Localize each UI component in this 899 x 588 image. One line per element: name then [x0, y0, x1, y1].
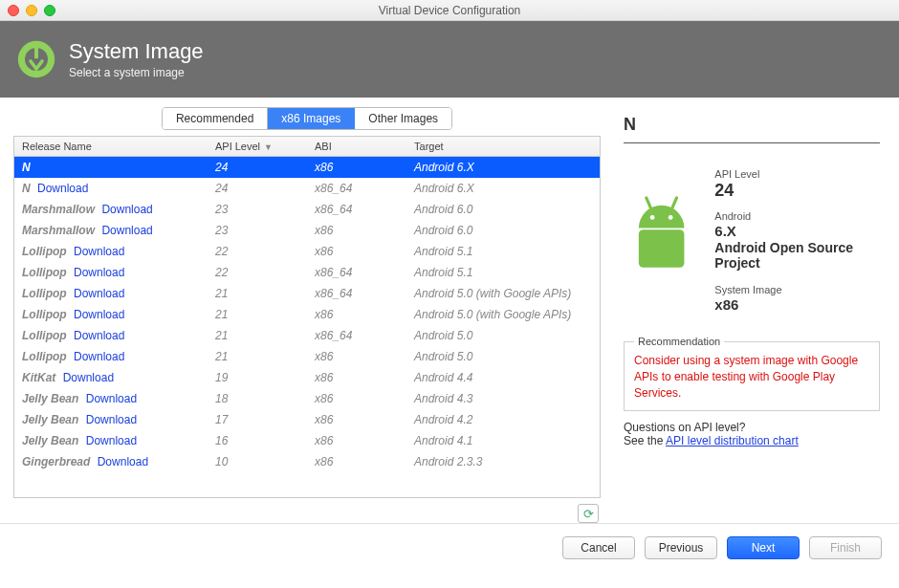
download-link[interactable]: Download	[98, 455, 148, 468]
cell-target: Android 4.1	[406, 430, 600, 451]
detail-api-value: 24	[714, 181, 880, 201]
cell-target: Android 2.3.3	[406, 451, 600, 472]
detail-title: N	[624, 115, 880, 143]
api-distribution-link[interactable]: API level distribution chart	[666, 434, 799, 447]
table-row[interactable]: Lollipop Download21x86_64Android 5.0 (wi…	[14, 283, 600, 304]
cell-abi: x86	[307, 409, 406, 430]
table-row[interactable]: Jelly Bean Download17x86Android 4.2	[14, 409, 600, 430]
table-row[interactable]: N24x86Android 6.X	[14, 157, 600, 179]
cell-target: Android 6.X	[406, 157, 600, 179]
svg-point-7	[669, 215, 673, 220]
tab-x86-images[interactable]: x86 Images	[268, 108, 355, 129]
page-title: System Image	[69, 39, 204, 64]
detail-android-project: Android Open Source Project	[714, 240, 880, 271]
cell-api: 23	[208, 220, 307, 241]
download-link[interactable]: Download	[86, 392, 137, 405]
download-link[interactable]: Download	[86, 434, 137, 447]
system-image-detail-panel: N API Level 24 Android 6.X Android Open …	[618, 107, 886, 523]
previous-button[interactable]: Previous	[645, 536, 717, 559]
titlebar: Virtual Device Configuration	[0, 0, 899, 21]
cell-abi: x86	[307, 304, 406, 325]
recommendation-text: Consider using a system image with Googl…	[634, 353, 869, 401]
cell-api: 21	[208, 325, 307, 346]
next-button[interactable]: Next	[727, 536, 800, 559]
release-name: Marshmallow	[22, 203, 95, 216]
table-row[interactable]: Lollipop Download21x86Android 5.0	[14, 346, 600, 367]
table-row[interactable]: Lollipop Download22x86Android 5.1	[14, 241, 600, 262]
android-mascot-icon	[624, 159, 699, 313]
table-row[interactable]: Gingerbread Download10x86Android 2.3.3	[14, 451, 600, 472]
cell-target: Android 4.3	[406, 388, 600, 409]
release-name: Gingerbread	[22, 455, 90, 468]
release-name: Lollipop	[22, 245, 67, 258]
cell-target: Android 5.1	[406, 262, 600, 283]
cell-target: Android 5.0	[406, 325, 600, 346]
refresh-icon: ⟳	[583, 507, 594, 521]
release-name: N	[22, 182, 31, 195]
column-header-release-name[interactable]: Release Name	[14, 137, 208, 157]
release-name: Jelly Bean	[22, 392, 78, 405]
cancel-button[interactable]: Cancel	[562, 536, 635, 559]
svg-point-6	[650, 215, 655, 220]
download-link[interactable]: Download	[74, 308, 124, 321]
table-row[interactable]: Marshmallow Download23x86Android 6.0	[14, 220, 600, 241]
download-link[interactable]: Download	[74, 245, 124, 258]
cell-abi: x86_64	[307, 199, 406, 220]
android-studio-logo-icon	[17, 40, 55, 78]
cell-api: 10	[208, 451, 307, 472]
download-link[interactable]: Download	[74, 329, 124, 342]
tab-recommended[interactable]: Recommended	[163, 108, 268, 129]
detail-android-version: 6.X	[714, 223, 880, 239]
cell-target: Android 4.4	[406, 367, 600, 388]
table-row[interactable]: Marshmallow Download23x86_64Android 6.0	[14, 199, 600, 220]
cell-api: 17	[208, 409, 307, 430]
column-header-abi[interactable]: ABI	[307, 137, 406, 157]
cell-abi: x86_64	[307, 262, 406, 283]
cell-abi: x86	[307, 157, 406, 179]
window-title: Virtual Device Configuration	[0, 4, 899, 17]
svg-line-4	[672, 198, 677, 208]
release-name: N	[22, 161, 31, 174]
wizard-footer: Cancel Previous Next Finish	[0, 523, 899, 571]
download-link[interactable]: Download	[101, 224, 152, 237]
questions-prefix: See the	[624, 434, 666, 447]
refresh-button[interactable]: ⟳	[578, 504, 599, 523]
table-row[interactable]: Lollipop Download22x86_64Android 5.1	[14, 262, 600, 283]
download-link[interactable]: Download	[74, 266, 124, 279]
column-header-target[interactable]: Target	[406, 137, 600, 157]
wizard-header: System Image Select a system image	[0, 21, 899, 98]
release-name: Lollipop	[22, 287, 67, 300]
cell-target: Android 6.0	[406, 199, 600, 220]
cell-abi: x86	[307, 430, 406, 451]
download-link[interactable]: Download	[101, 203, 152, 216]
release-name: Lollipop	[22, 266, 67, 279]
table-row[interactable]: Lollipop Download21x86Android 5.0 (with …	[14, 304, 600, 325]
image-filter-tabs: Recommendedx86 ImagesOther Images	[162, 107, 452, 130]
cell-target: Android 5.0 (with Google APIs)	[406, 304, 600, 325]
detail-api-label: API Level	[714, 168, 880, 180]
tab-other-images[interactable]: Other Images	[355, 108, 451, 129]
svg-line-3	[647, 198, 651, 208]
download-link[interactable]: Download	[37, 182, 88, 195]
cell-target: Android 6.0	[406, 220, 600, 241]
table-row[interactable]: N Download24x86_64Android 6.X	[14, 178, 600, 199]
table-row[interactable]: Jelly Bean Download16x86Android 4.1	[14, 430, 600, 451]
cell-api: 23	[208, 199, 307, 220]
download-link[interactable]: Download	[86, 413, 137, 426]
download-link[interactable]: Download	[63, 371, 114, 384]
table-row[interactable]: Jelly Bean Download18x86Android 4.3	[14, 388, 600, 409]
table-row[interactable]: Lollipop Download21x86_64Android 5.0	[14, 325, 600, 346]
cell-api: 16	[208, 430, 307, 451]
column-header-api-level[interactable]: API Level▼	[208, 137, 307, 157]
recommendation-box: Recommendation Consider using a system i…	[624, 336, 880, 411]
cell-api: 24	[208, 157, 307, 179]
finish-button[interactable]: Finish	[809, 536, 882, 559]
release-name: KitKat	[22, 371, 55, 384]
detail-android-label: Android	[714, 210, 880, 222]
detail-sysimg-label: System Image	[714, 284, 880, 295]
release-name: Jelly Bean	[22, 413, 78, 426]
download-link[interactable]: Download	[74, 350, 124, 363]
table-row[interactable]: KitKat Download19x86Android 4.4	[14, 367, 600, 388]
download-link[interactable]: Download	[74, 287, 124, 300]
cell-api: 18	[208, 388, 307, 409]
